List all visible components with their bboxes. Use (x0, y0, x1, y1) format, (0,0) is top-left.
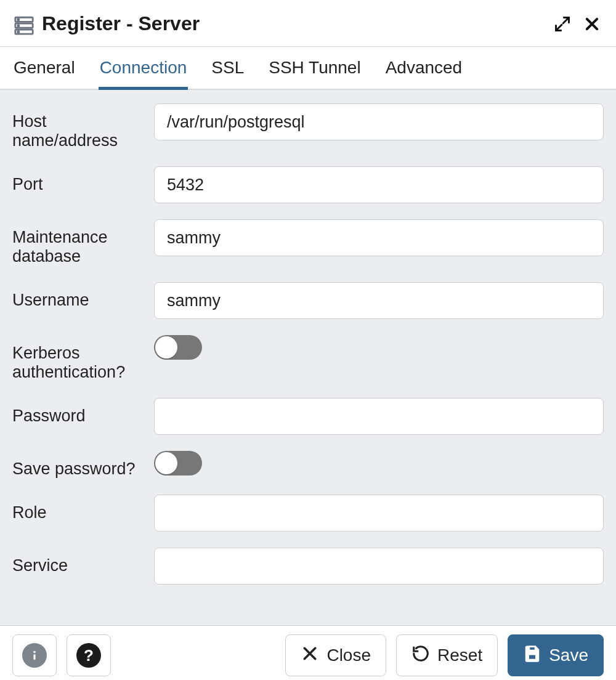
username-input[interactable] (154, 282, 604, 319)
kerberos-toggle[interactable] (154, 335, 202, 360)
save-button[interactable]: Save (508, 634, 604, 676)
reset-label: Reset (437, 646, 482, 665)
service-label: Service (12, 548, 154, 575)
tab-advanced[interactable]: Advanced (386, 58, 463, 89)
port-label: Port (12, 166, 154, 194)
role-label: Role (12, 495, 154, 522)
svg-point-5 (18, 31, 19, 32)
tab-general[interactable]: General (14, 58, 75, 89)
close-icon (301, 644, 319, 667)
kerberos-label: Kerberos authentication? (12, 335, 154, 382)
role-input[interactable] (154, 495, 604, 532)
save-label: Save (549, 646, 588, 665)
svg-rect-9 (529, 654, 537, 660)
close-label: Close (326, 646, 371, 665)
username-label: Username (12, 282, 154, 310)
close-button[interactable]: Close (285, 634, 386, 676)
host-label: Host name/address (12, 103, 154, 150)
connection-panel: Host name/address Port Maintenance datab… (0, 90, 616, 626)
dialog-titlebar: Register - Server (0, 0, 616, 47)
svg-point-4 (18, 25, 19, 26)
host-input[interactable] (154, 103, 604, 140)
tab-connection[interactable]: Connection (100, 58, 187, 89)
svg-point-3 (18, 18, 19, 20)
service-input[interactable] (154, 548, 604, 585)
reset-button[interactable]: Reset (396, 634, 498, 676)
save-icon (523, 644, 541, 667)
svg-point-6 (33, 651, 36, 654)
maximize-button[interactable] (552, 14, 573, 34)
info-button[interactable] (12, 634, 57, 676)
tab-ssh-tunnel[interactable]: SSH Tunnel (269, 58, 360, 89)
password-label: Password (12, 398, 154, 426)
reset-icon (411, 644, 430, 667)
help-button[interactable]: ? (67, 634, 111, 676)
info-icon (22, 643, 47, 668)
help-icon: ? (76, 643, 101, 668)
password-input[interactable] (154, 398, 604, 435)
maintenance-db-input[interactable] (154, 219, 604, 256)
server-icon (14, 15, 34, 33)
save-password-toggle[interactable] (154, 451, 202, 476)
tab-bar: General Connection SSL SSH Tunnel Advanc… (0, 47, 616, 90)
close-dialog-button[interactable] (582, 14, 602, 34)
db-label: Maintenance database (12, 219, 154, 266)
svg-rect-8 (529, 646, 535, 650)
port-input[interactable] (154, 166, 604, 203)
tab-ssl[interactable]: SSL (211, 58, 244, 89)
dialog-footer: ? Close Reset Save (0, 626, 616, 680)
savepw-label: Save password? (12, 451, 154, 479)
dialog-title: Register - Server (42, 12, 543, 35)
svg-rect-7 (33, 654, 35, 660)
